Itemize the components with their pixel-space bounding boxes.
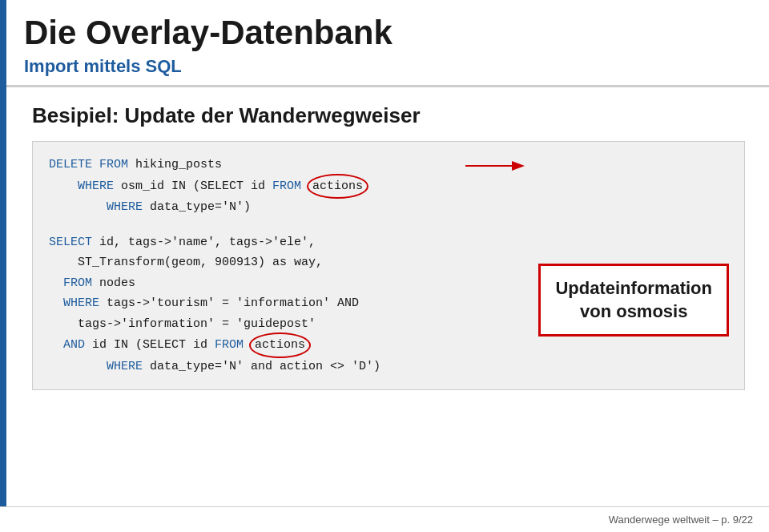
footer: Wanderwege weltweit – p. 9/22	[0, 506, 769, 532]
sql-line-3: WHERE data_type='N')	[49, 197, 728, 218]
select-columns: id, tags->'name', tags->'ele',	[99, 236, 316, 249]
sql-line-4: SELECT id, tags->'name', tags->'ele',	[49, 232, 728, 253]
data-type-clause-2: data_type='N' and action <> 'D')	[150, 360, 380, 373]
id-in-clause: id IN (SELECT id	[92, 338, 215, 352]
hiking-posts: hiking_posts	[135, 158, 222, 171]
update-line2: von osmosis	[580, 301, 687, 321]
main-title: Die Overlay-Datenbank	[24, 14, 745, 51]
from-keyword-2: FROM	[49, 276, 99, 290]
delete-keyword: DELETE FROM	[49, 158, 135, 171]
from-keyword-1: FROM	[272, 179, 301, 193]
sql-line-2: WHERE osm_id IN (SELECT id FROM actions	[49, 175, 728, 198]
where-keyword-3: WHERE	[49, 296, 107, 310]
sql-spacer	[49, 218, 728, 232]
actions-circle-1: actions	[307, 174, 368, 200]
sql-line-1: DELETE FROM hiking_posts	[49, 155, 728, 175]
sql-line-10: WHERE data_type='N' and action <> 'D')	[49, 357, 728, 377]
where-keyword-4: WHERE	[49, 360, 150, 373]
header-section: Die Overlay-Datenbank Import mittels SQL	[0, 0, 769, 87]
slide-container: Die Overlay-Datenbank Import mittels SQL…	[0, 0, 769, 532]
nodes-table: nodes	[99, 276, 135, 290]
data-type-clause-1: data_type='N')	[150, 200, 251, 214]
where-keyword-1: WHERE	[49, 179, 121, 193]
information-clause: tags->'information' = 'guidepost'	[49, 317, 316, 331]
update-line1: Updateinformation	[555, 278, 712, 298]
from-keyword-3: FROM	[215, 338, 244, 352]
where-keyword-2: WHERE	[49, 200, 150, 214]
select-keyword: SELECT	[49, 236, 99, 249]
and-keyword: AND	[49, 338, 92, 352]
update-info-box: Updateinformation von osmosis	[538, 264, 729, 337]
subtitle: Import mittels SQL	[24, 56, 745, 77]
actions-circle-2: actions	[249, 332, 311, 358]
sql-line-9: AND id IN (SELECT id FROM actions	[49, 334, 728, 357]
main-content: Besipiel: Update der Wanderwegweiser DEL…	[0, 87, 769, 406]
sql-delete-section: DELETE FROM hiking_posts WHERE osm_id IN…	[49, 155, 728, 218]
tourism-clause: tags->'tourism' = 'information' AND	[107, 296, 359, 310]
example-title: Besipiel: Update der Wanderwegweiser	[32, 103, 745, 128]
st-transform: ST_Transform(geom, 900913) as way,	[49, 256, 323, 269]
footer-text: Wanderwege weltweit – p. 9/22	[609, 514, 753, 526]
osm-id-clause: osm_id IN (SELECT id	[121, 179, 272, 193]
